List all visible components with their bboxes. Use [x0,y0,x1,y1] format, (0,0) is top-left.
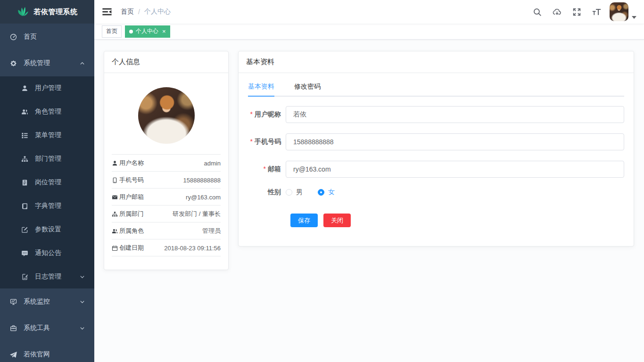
sidebar-item-system[interactable]: 系统管理 [0,50,94,76]
tab-change-password[interactable]: 修改密码 [294,82,321,96]
sidebar-menu: 首页 系统管理 用户管理 角色管理 [0,24,94,362]
info-value: 管理员 [202,227,221,235]
chevron-down-icon [80,299,85,304]
sidebar-item-label: 首页 [24,33,37,41]
sidebar-item-monitor[interactable]: 系统监控 [0,288,94,315]
app-logo[interactable]: 若依管理系统 [0,0,94,24]
user-icon [112,160,118,166]
logo-leaf-icon [17,6,29,18]
sidebar-item-label: 参数设置 [35,225,61,234]
chevron-down-icon [80,326,85,331]
avatar[interactable] [610,2,628,21]
basic-info-card: 基本资料 基本资料 修改密码 *用户昵称 *手机号码 *邮箱 [238,51,634,247]
list-item: 手机号码 15888888888 [112,172,221,189]
page-content: 个人信息 用户名称 admin 手机号码 15888888888 用户邮箱 [94,40,644,362]
sidebar-item-notice[interactable]: 通知公告 [0,241,94,265]
form-item-email: *邮箱 [248,161,624,178]
sidebar-item-official-site[interactable]: 若依官网 [0,341,94,362]
sidebar-item-label: 用户管理 [35,84,61,92]
log-icon [21,273,28,280]
sidebar-item-label: 部门管理 [35,155,61,163]
profile-tabs: 基本资料 修改密码 [248,82,624,97]
sidebar-item-tools[interactable]: 系统工具 [0,315,94,341]
sidebar-item-label: 角色管理 [35,107,61,116]
email-input[interactable] [286,161,624,178]
top-navbar: 首页 / 个人中心 [94,0,644,24]
tag-home[interactable]: 首页 [102,25,122,38]
sidebar: 若依管理系统 首页 系统管理 用户管理 [0,0,94,362]
save-button[interactable]: 保存 [290,214,318,227]
list-item: 用户名称 admin [112,155,221,172]
search-icon[interactable] [532,7,542,16]
sidebar-toggle-icon[interactable] [102,7,112,17]
list-item: 所属部门 研发部门 / 董事长 [112,206,221,222]
mail-icon [112,194,118,200]
breadcrumb-home[interactable]: 首页 [121,8,134,16]
book-icon [21,202,28,210]
calendar-icon [112,245,118,251]
peoples-icon [21,108,28,115]
close-icon[interactable]: × [161,28,166,34]
tag-profile[interactable]: 个人中心 × [125,25,170,38]
profile-avatar[interactable] [138,87,195,144]
required-mark: * [250,138,253,145]
chevron-down-icon [80,274,85,280]
list-item: 所属角色 管理员 [112,222,221,239]
sidebar-item-label: 岗位管理 [35,178,61,187]
sidebar-item-user-mgmt[interactable]: 用户管理 [0,76,94,100]
profile-info-list: 用户名称 admin 手机号码 15888888888 用户邮箱 ry@163.… [112,154,221,256]
breadcrumb: 首页 / 个人中心 [121,8,171,16]
sidebar-item-role-mgmt[interactable]: 角色管理 [0,100,94,123]
gender-radio-group: 男 女 [286,188,335,197]
sidebar-item-dept-mgmt[interactable]: 部门管理 [0,147,94,171]
sidebar-item-home[interactable]: 首页 [0,24,94,50]
cloud-download-icon[interactable] [552,7,561,16]
form-card-title: 基本资料 [239,51,634,73]
app-title: 若依管理系统 [34,8,78,16]
required-mark: * [264,165,266,173]
sitemap-icon [21,155,28,163]
sidebar-item-config[interactable]: 参数设置 [0,218,94,241]
user-menu[interactable] [610,2,636,21]
edit-icon [21,226,28,233]
sidebar-item-label: 日志管理 [35,272,61,281]
sidebar-item-label: 字典管理 [35,202,61,210]
breadcrumb-separator: / [138,8,140,16]
font-size-icon[interactable] [592,7,601,16]
fullscreen-icon[interactable] [572,7,581,16]
sidebar-item-label: 系统监控 [24,297,50,306]
list-item: 创建日期 2018-08-23 09:11:56 [112,239,221,256]
tree-table-icon [21,132,28,139]
sidebar-item-dict-mgmt[interactable]: 字典管理 [0,194,94,218]
sidebar-item-label: 菜单管理 [35,131,61,140]
tab-basic-info[interactable]: 基本资料 [248,82,274,96]
required-mark: * [250,110,253,118]
profile-info-card: 个人信息 用户名称 admin 手机号码 15888888888 用户邮箱 [104,51,229,270]
close-button[interactable]: 关闭 [323,214,351,227]
tags-view-bar: 首页 个人中心 × [94,24,644,40]
tag-label: 首页 [106,27,117,35]
info-value: ry@163.com [186,194,221,201]
gender-radio-male[interactable]: 男 [286,188,303,197]
gear-icon [9,59,17,67]
active-dot [129,30,133,33]
user-icon [21,84,28,92]
radio-icon-checked [318,189,324,196]
info-value: 2018-08-23 09:11:56 [164,245,221,252]
list-item: 用户邮箱 ry@163.com [112,189,221,206]
sidebar-item-label: 系统工具 [24,324,50,332]
sitemap-icon [112,211,118,217]
nickname-input[interactable] [286,106,624,123]
toolbox-icon [9,324,17,332]
sidebar-item-menu-mgmt[interactable]: 菜单管理 [0,123,94,147]
caret-down-icon [632,16,636,19]
users-icon [112,228,118,234]
sidebar-item-post-mgmt[interactable]: 岗位管理 [0,171,94,194]
phone-input[interactable] [286,133,624,150]
info-value: admin [204,160,221,167]
sidebar-item-log-mgmt[interactable]: 日志管理 [0,265,94,288]
chevron-up-icon [80,61,85,66]
dashboard-icon [9,33,17,41]
monitor-icon [9,298,17,305]
gender-radio-female[interactable]: 女 [318,188,335,197]
